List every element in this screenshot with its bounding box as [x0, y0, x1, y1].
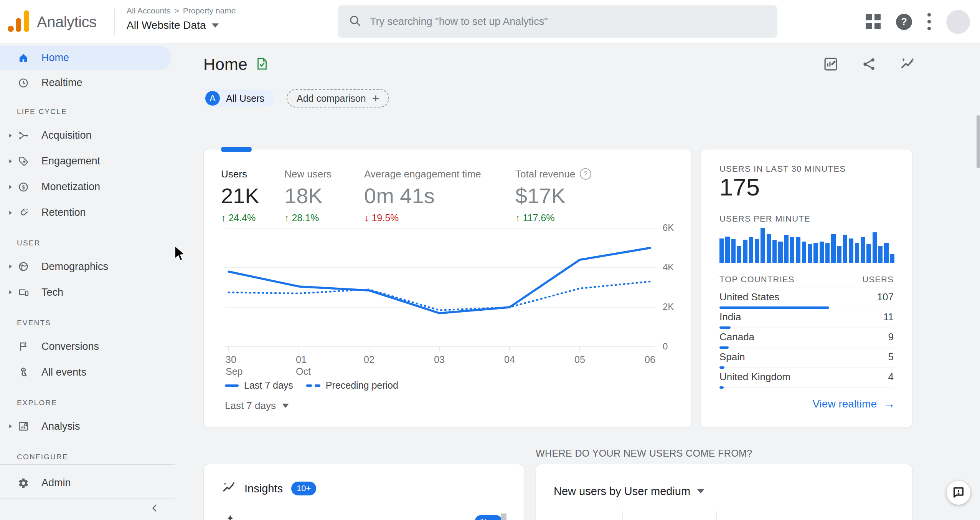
chevron-right-icon[interactable] — [6, 262, 15, 271]
metric-value: 21K — [221, 184, 284, 208]
breadcrumb-account[interactable]: All Accounts — [127, 6, 170, 15]
header-divider — [114, 8, 115, 35]
property-selector-label: All Website Data — [127, 19, 206, 31]
sidebar-item-label: All events — [41, 366, 86, 378]
chevron-down-icon — [212, 23, 219, 28]
sidebar: HomeRealtimeLIFE CYCLEAcquisitionEngagem… — [0, 43, 175, 520]
chevron-right-icon[interactable] — [6, 131, 15, 140]
arrow-right-icon: → — [883, 397, 895, 411]
view-realtime-link[interactable]: View realtime → — [812, 397, 895, 411]
account-avatar[interactable] — [946, 10, 970, 34]
per-minute-bar — [820, 242, 824, 263]
add-comparison-label: Add comparison — [297, 93, 366, 104]
sidebar-item-conversions[interactable]: Conversions — [0, 334, 175, 359]
sidebar-item-retention[interactable]: Retention — [0, 200, 175, 225]
breadcrumb-property[interactable]: Property name — [183, 6, 236, 15]
metric-tab-total-revenue[interactable]: Total revenue?$17K↑ 117.6% — [515, 168, 676, 224]
search-input[interactable] — [370, 16, 767, 28]
chevron-right-icon[interactable] — [6, 183, 15, 191]
metric-label: Total revenue? — [515, 168, 676, 180]
insights-count-badge[interactable]: 10+ — [291, 482, 316, 495]
insights-scrollbar[interactable] — [501, 513, 506, 520]
collapse-sidebar-button[interactable] — [0, 498, 175, 520]
per-minute-bar — [843, 235, 847, 263]
sidebar-item-engagement[interactable]: Engagement — [0, 148, 175, 174]
legend-last-7-days: Last 7 days — [225, 380, 293, 391]
y-axis-tick: 4K — [663, 262, 674, 273]
share-button[interactable] — [861, 56, 877, 72]
customize-report-button[interactable] — [823, 56, 839, 72]
chevron-right-icon[interactable] — [6, 422, 15, 431]
per-minute-bar — [772, 240, 777, 263]
per-minute-bar — [796, 237, 800, 263]
metric-tab-new-users[interactable]: New users18K↑ 28.1% — [284, 168, 364, 224]
sidebar-item-analysis[interactable]: Analysis — [0, 414, 175, 439]
chevron-right-icon[interactable] — [6, 288, 15, 296]
help-button[interactable]: ? — [896, 14, 912, 30]
page-scrollbar[interactable] — [977, 115, 980, 168]
metric-help-icon[interactable]: ? — [580, 168, 591, 180]
chart-gridline — [716, 511, 717, 520]
sidebar-item-acquisition[interactable]: Acquisition — [0, 123, 175, 148]
new-users-card-title: New users by User medium — [554, 485, 690, 498]
per-minute-bar — [725, 237, 729, 263]
sidebar-item-label: Acquisition — [41, 129, 92, 141]
x-axis-tick: 01 Oct — [296, 354, 311, 378]
chevron-right-icon[interactable] — [6, 209, 15, 217]
date-range-label: Last 7 days — [225, 400, 276, 412]
per-minute-bar — [737, 246, 741, 263]
sidebar-section-life-cycle: LIFE CYCLE — [0, 106, 175, 117]
metric-value: $17K — [515, 184, 676, 208]
property-selector[interactable]: All Website Data — [127, 19, 219, 31]
mouse-cursor — [173, 245, 187, 263]
sidebar-item-admin[interactable]: Admin — [0, 470, 175, 496]
insights-sparkle-button[interactable] — [899, 56, 916, 72]
insight-item-sparkle-icon — [224, 513, 237, 520]
sidebar-item-tech[interactable]: Tech — [0, 280, 175, 305]
metric-delta: ↑ 28.1% — [284, 212, 364, 224]
sidebar-section-configure: CONFIGURE — [0, 452, 175, 462]
country-users-value: 5 — [888, 351, 894, 363]
y-axis-tick: 0 — [663, 341, 668, 352]
per-minute-bar — [784, 235, 789, 263]
search-bar[interactable] — [338, 5, 777, 38]
sidebar-item-label: Demographics — [41, 261, 108, 273]
analytics-logo[interactable]: Analytics — [7, 9, 97, 35]
chevron-right-icon[interactable] — [6, 157, 15, 166]
users-per-minute-chart — [719, 228, 894, 263]
metric-label: New users — [284, 168, 364, 180]
conversions-flag-icon — [18, 341, 29, 352]
y-axis-tick: 6K — [663, 222, 674, 233]
analysis-icon — [18, 421, 29, 432]
metric-tab-average-engagement-time[interactable]: Average engagement time0m 41s↓ 19.5% — [364, 168, 515, 224]
add-comparison-button[interactable]: Add comparison + — [287, 89, 389, 108]
date-range-selector[interactable]: Last 7 days — [225, 400, 289, 412]
more-options-button[interactable] — [927, 13, 931, 30]
country-name: India — [719, 311, 741, 323]
app-header: Analytics All Accounts > Property name A… — [0, 0, 980, 43]
sidebar-divider — [0, 464, 175, 465]
country-name: Spain — [719, 351, 745, 363]
metric-delta: ↑ 117.6% — [515, 212, 676, 224]
metric-delta: ↓ 19.5% — [364, 212, 515, 224]
chart-legend: Last 7 days Preceding period — [225, 380, 398, 391]
country-name: Canada — [719, 331, 754, 343]
new-users-dimension-selector[interactable]: New users by User medium — [554, 485, 704, 498]
sidebar-item-label: Admin — [41, 477, 71, 489]
sidebar-item-label: Realtime — [41, 77, 82, 89]
per-minute-bar — [878, 246, 883, 263]
sidebar-item-realtime[interactable]: Realtime — [0, 70, 175, 96]
apps-grid-button[interactable] — [866, 14, 881, 29]
sidebar-item-all-events[interactable]: All events — [0, 359, 175, 385]
feedback-button[interactable] — [947, 481, 970, 505]
sidebar-item-demographics[interactable]: Demographics — [0, 254, 175, 280]
all-users-chip[interactable]: A All Users — [203, 89, 274, 107]
per-minute-bar — [778, 242, 782, 263]
per-minute-bar — [884, 243, 888, 263]
country-row-united-kingdom: United Kingdom4 — [719, 368, 894, 388]
sidebar-item-home[interactable]: Home — [0, 46, 172, 70]
country-users-value: 107 — [877, 291, 894, 303]
metric-tab-users[interactable]: Users21K↑ 24.4% — [221, 168, 284, 224]
sidebar-item-monetization[interactable]: $Monetization — [0, 174, 175, 200]
collapse-sidebar-icon — [149, 502, 160, 514]
